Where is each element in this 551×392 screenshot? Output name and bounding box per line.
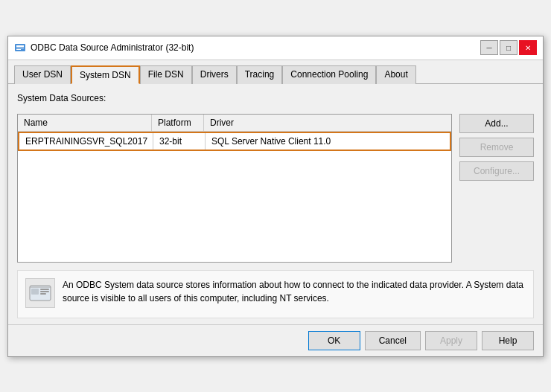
tab-tracing[interactable]: Tracing: [237, 65, 283, 84]
tab-user-dsn[interactable]: User DSN: [14, 65, 71, 84]
footer: OK Cancel Apply Help: [8, 324, 543, 356]
window-title: ODBC Data Source Administrator (32-bit): [31, 42, 194, 53]
info-box: An ODBC System data source stores inform…: [17, 270, 534, 318]
remove-button[interactable]: Remove: [459, 138, 534, 157]
col-header-platform: Platform: [152, 115, 204, 131]
svg-rect-7: [40, 291, 49, 292]
svg-rect-8: [40, 293, 46, 295]
cancel-button[interactable]: Cancel: [365, 331, 421, 350]
app-icon: [14, 42, 26, 54]
table-header: Name Platform Driver: [18, 115, 451, 132]
col-header-name: Name: [18, 115, 152, 131]
cell-platform: 32-bit: [153, 133, 206, 150]
tab-system-dsn[interactable]: System DSN: [71, 65, 140, 84]
maximize-button[interactable]: □: [500, 40, 517, 55]
title-bar: ODBC Data Source Administrator (32-bit) …: [8, 36, 543, 60]
svg-rect-5: [31, 289, 39, 295]
configure-button[interactable]: Configure...: [459, 161, 534, 181]
side-buttons: Add... Remove Configure...: [459, 114, 534, 263]
section-label: System Data Sources:: [17, 93, 534, 103]
col-header-driver: Driver: [204, 115, 451, 131]
minimize-button[interactable]: ─: [480, 40, 498, 55]
ok-button[interactable]: OK: [308, 331, 360, 350]
tab-about[interactable]: About: [376, 65, 415, 84]
svg-rect-2: [16, 48, 24, 48]
cell-driver: SQL Server Native Client 11.0: [206, 133, 450, 150]
content-area: System Data Sources: Name Platform Drive…: [8, 84, 543, 324]
table-row[interactable]: ERPTRAININGSVR_SQL2017 32-bit SQL Server…: [18, 132, 451, 151]
tab-bar: User DSN System DSN File DSN Drivers Tra…: [8, 60, 543, 84]
svg-rect-6: [40, 289, 49, 290]
tab-connection-pooling[interactable]: Connection Pooling: [282, 65, 376, 84]
cell-name: ERPTRAININGSVR_SQL2017: [19, 133, 153, 150]
tab-drivers[interactable]: Drivers: [192, 65, 237, 84]
help-button[interactable]: Help: [482, 331, 534, 350]
svg-rect-3: [16, 49, 21, 50]
close-button[interactable]: ✕: [519, 40, 537, 55]
title-bar-left: ODBC Data Source Administrator (32-bit): [14, 42, 194, 54]
main-area: Name Platform Driver ERPTRAININGSVR_SQL2…: [17, 114, 534, 263]
svg-rect-1: [16, 45, 24, 47]
tab-file-dsn[interactable]: File DSN: [140, 65, 192, 84]
apply-button[interactable]: Apply: [425, 331, 477, 350]
info-description: An ODBC System data source stores inform…: [63, 278, 526, 305]
info-icon: [25, 278, 55, 308]
main-window: ODBC Data Source Administrator (32-bit) …: [7, 36, 544, 357]
table-body: ERPTRAININGSVR_SQL2017 32-bit SQL Server…: [18, 132, 451, 262]
window-controls: ─ □ ✕: [480, 40, 537, 55]
add-button[interactable]: Add...: [459, 114, 534, 133]
data-sources-table: Name Platform Driver ERPTRAININGSVR_SQL2…: [17, 114, 452, 263]
